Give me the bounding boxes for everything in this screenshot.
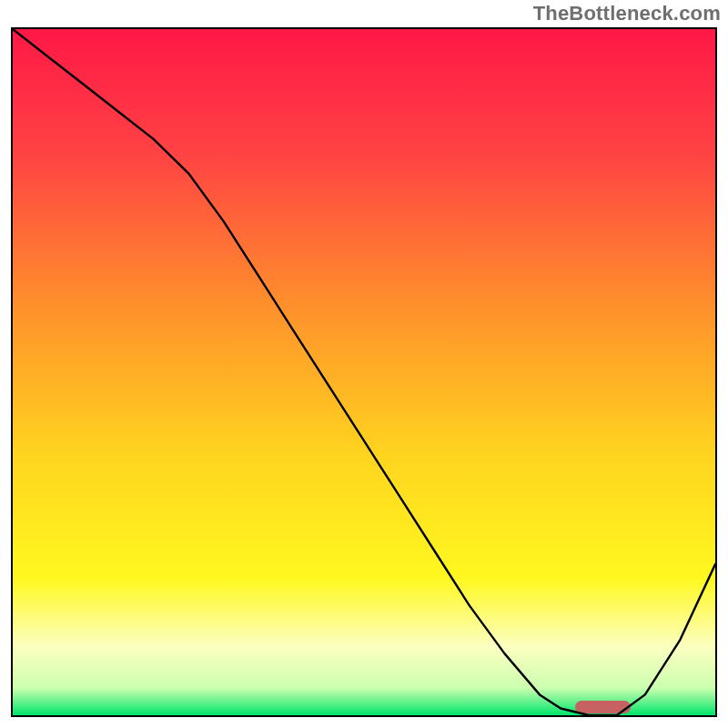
chart-frame bbox=[11, 27, 717, 717]
watermark-text: TheBottleneck.com bbox=[533, 2, 721, 25]
chart-line bbox=[13, 29, 715, 715]
